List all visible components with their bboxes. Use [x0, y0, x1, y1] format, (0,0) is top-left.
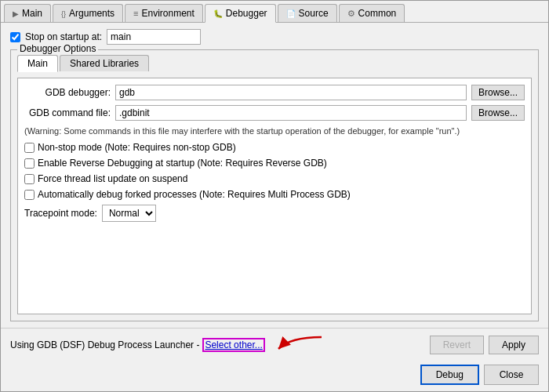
auto-fork-checkbox[interactable]: [24, 190, 35, 200]
inner-tab-main[interactable]: Main: [17, 55, 58, 72]
stop-on-startup-row: Stop on startup at:: [10, 29, 539, 45]
stop-on-startup-checkbox[interactable]: [10, 32, 20, 42]
reverse-checkbox[interactable]: [24, 158, 35, 169]
checkbox-non-stop: Non-stop mode (Note: Requires non-stop G…: [24, 142, 525, 153]
common-icon: [347, 8, 355, 19]
tab-common[interactable]: Common: [339, 4, 405, 22]
launcher-text-row: Using GDB (DSF) Debug Process Launcher -…: [10, 333, 425, 357]
group-label: Debugger Options: [17, 43, 98, 54]
tab-arguments[interactable]: Arguments: [53, 4, 123, 22]
checkbox-reverse: Enable Reverse Debugging at startup (Not…: [24, 158, 525, 169]
reverse-label: Enable Reverse Debugging at startup (Not…: [38, 158, 327, 169]
bottom-buttons: Revert Apply: [430, 336, 539, 354]
tab-arguments-label: Arguments: [69, 8, 115, 19]
launcher-text: Using GDB (DSF) Debug Process Launcher -: [10, 339, 199, 350]
tab-main[interactable]: Main: [4, 4, 51, 22]
stop-on-startup-label: Stop on startup at:: [25, 31, 102, 42]
footer-row: Debug Close: [1, 361, 548, 391]
debugger-icon: [213, 8, 223, 19]
tracepoint-row: Tracepoint mode: Normal Fast Static: [24, 205, 525, 222]
gdb-command-file-label: GDB command file:: [24, 107, 111, 118]
gdb-command-file-row: GDB command file: Browse...: [24, 105, 525, 121]
dialog: Main Arguments Environment Debugger Sour…: [0, 0, 549, 392]
tab-environment[interactable]: Environment: [125, 4, 203, 22]
top-tab-bar: Main Arguments Environment Debugger Sour…: [1, 1, 548, 23]
select-other-link[interactable]: Select other...: [202, 338, 264, 352]
tab-debugger-label: Debugger: [226, 8, 267, 19]
inner-tab-content: GDB debugger: Browse... GDB command file…: [17, 78, 532, 314]
close-button[interactable]: Close: [484, 365, 539, 385]
source-icon: [286, 8, 296, 19]
gdb-command-file-input[interactable]: [115, 105, 467, 121]
main-icon: [13, 8, 19, 19]
checkbox-force-thread: Force thread list update on suspend: [24, 173, 525, 184]
inner-tab-shared-libraries-label: Shared Libraries: [70, 58, 139, 69]
inner-tab-shared-libraries[interactable]: Shared Libraries: [60, 55, 149, 71]
non-stop-checkbox[interactable]: [24, 143, 35, 153]
tab-environment-label: Environment: [141, 8, 194, 19]
stop-on-startup-input[interactable]: [107, 29, 201, 45]
gdb-command-file-browse-button[interactable]: Browse...: [471, 105, 525, 121]
inner-tab-bar: Main Shared Libraries: [17, 55, 532, 71]
apply-button[interactable]: Apply: [489, 336, 539, 354]
force-thread-checkbox[interactable]: [24, 174, 35, 184]
bottom-bar: Using GDB (DSF) Debug Process Launcher -…: [1, 328, 548, 361]
gdb-debugger-input[interactable]: [115, 85, 467, 100]
inner-tab-main-label: Main: [27, 58, 48, 69]
tab-common-label: Common: [358, 8, 397, 19]
force-thread-label: Force thread list update on suspend: [38, 173, 187, 184]
gdb-debugger-row: GDB debugger: Browse...: [24, 85, 525, 100]
gdb-debugger-browse-button[interactable]: Browse...: [471, 85, 525, 100]
env-icon: [133, 8, 138, 19]
checkbox-auto-fork: Automatically debug forked processes (No…: [24, 189, 525, 200]
arrow-icon: [274, 333, 329, 357]
revert-button[interactable]: Revert: [430, 336, 484, 354]
tracepoint-label: Tracepoint mode:: [24, 208, 97, 219]
tab-source[interactable]: Source: [278, 4, 337, 22]
auto-fork-label: Automatically debug forked processes (No…: [38, 189, 351, 200]
debugger-options-group: Debugger Options Main Shared Libraries G…: [10, 49, 539, 321]
tab-main-label: Main: [22, 8, 42, 19]
non-stop-label: Non-stop mode (Note: Requires non-stop G…: [38, 142, 236, 153]
tab-source-label: Source: [299, 8, 329, 19]
debug-button[interactable]: Debug: [420, 365, 479, 385]
main-content: Stop on startup at: Debugger Options Mai…: [1, 23, 548, 328]
gdb-debugger-label: GDB debugger:: [24, 87, 111, 98]
warning-text: (Warning: Some commands in this file may…: [24, 125, 525, 137]
tab-debugger[interactable]: Debugger: [205, 4, 276, 23]
args-icon: [61, 8, 66, 19]
tracepoint-select[interactable]: Normal Fast Static: [102, 205, 156, 222]
